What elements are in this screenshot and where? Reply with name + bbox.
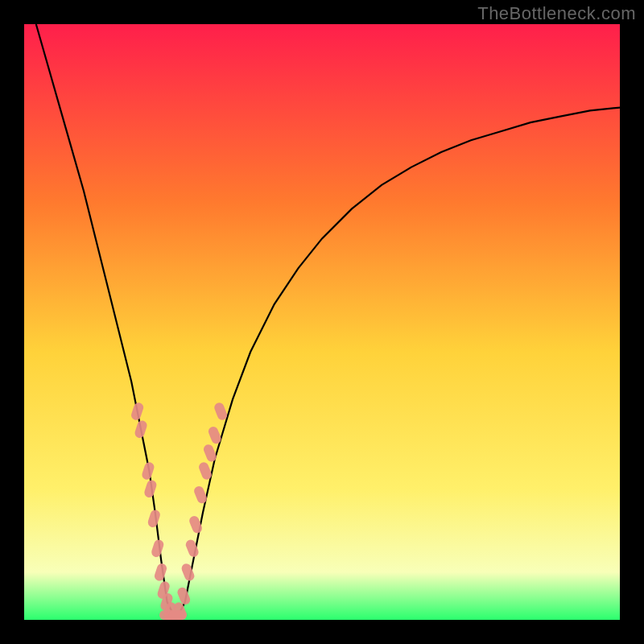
plot-area xyxy=(24,24,620,620)
gradient-background xyxy=(24,24,620,620)
data-marker xyxy=(169,610,187,620)
outer-frame: TheBottleneck.com xyxy=(0,0,644,644)
chart-svg xyxy=(24,24,620,620)
watermark-text: TheBottleneck.com xyxy=(477,3,636,24)
